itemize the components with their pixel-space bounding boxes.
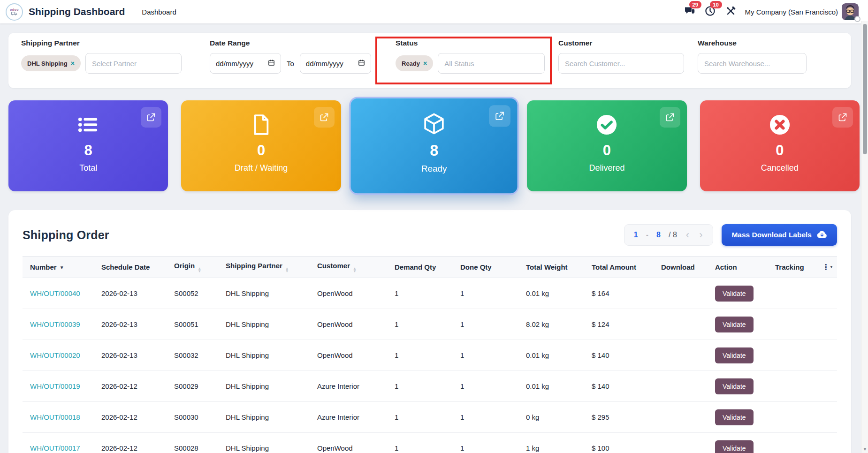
tracking-cell bbox=[771, 371, 818, 402]
stat-card-ready[interactable]: 8 Ready bbox=[350, 98, 518, 194]
validate-button[interactable]: Validate bbox=[715, 378, 754, 394]
next-page-chevron-icon[interactable]: › bbox=[698, 230, 703, 240]
remove-tag-icon[interactable]: × bbox=[71, 60, 75, 67]
company-switcher[interactable]: My Company (San Francisco) bbox=[745, 8, 838, 16]
customer-search-input[interactable] bbox=[558, 53, 684, 74]
debug-tools-button[interactable] bbox=[723, 4, 739, 20]
tracking-cell bbox=[771, 309, 818, 340]
mass-download-labels-button[interactable]: Mass Download Labels bbox=[722, 224, 837, 246]
shipping-partner-tag-text: DHL Shipping bbox=[27, 60, 68, 67]
total-amount-cell: $ 295 bbox=[588, 402, 657, 433]
x-circle-icon bbox=[769, 113, 791, 136]
messages-button[interactable]: 29 bbox=[681, 4, 698, 20]
column-header-shipping-partner[interactable]: Shipping Partner▲▼ bbox=[222, 257, 313, 278]
download-cell bbox=[657, 433, 711, 453]
total-amount-cell: $ 140 bbox=[588, 340, 657, 371]
validate-button[interactable]: Validate bbox=[715, 347, 754, 363]
validate-button[interactable]: Validate bbox=[715, 317, 754, 332]
order-number-link[interactable]: WH/OUT/00039 bbox=[30, 320, 80, 328]
customer-cell: Azure Interior bbox=[313, 371, 391, 402]
date-from-input[interactable]: dd/mm/yyyy bbox=[210, 53, 281, 74]
scrollbar-thumb[interactable] bbox=[863, 24, 867, 154]
schedule-date-cell: 2026-02-12 bbox=[98, 433, 170, 453]
activities-badge: 10 bbox=[710, 1, 722, 8]
row-settings-cell bbox=[818, 309, 837, 340]
stat-card-total[interactable]: 8 Total bbox=[8, 100, 168, 191]
schedule-date-cell: 2026-02-13 bbox=[98, 309, 170, 340]
filter-warehouse: Warehouse bbox=[698, 39, 807, 74]
origin-cell: S00032 bbox=[170, 340, 222, 371]
download-cell bbox=[657, 309, 711, 340]
tracking-cell bbox=[771, 278, 818, 309]
external-link-icon[interactable] bbox=[314, 107, 335, 128]
column-header-done-qty: Done Qty bbox=[457, 257, 522, 278]
stat-card-draft-waiting[interactable]: 0 Draft / Waiting bbox=[181, 100, 341, 191]
column-header-total-amount: Total Amount bbox=[588, 257, 657, 278]
download-cell bbox=[657, 340, 711, 371]
origin-cell: S00052 bbox=[170, 278, 222, 309]
column-header-number[interactable]: Number▼ bbox=[23, 257, 98, 278]
action-cell: Validate bbox=[711, 278, 771, 309]
total-weight-cell: 1 kg bbox=[522, 433, 588, 453]
demand-qty-cell: 1 bbox=[391, 402, 457, 433]
user-avatar[interactable] bbox=[842, 3, 859, 20]
order-number-link[interactable]: WH/OUT/00019 bbox=[30, 382, 80, 390]
status-input[interactable] bbox=[438, 53, 545, 74]
status-label: Status bbox=[396, 39, 545, 47]
column-header-schedule-date: Schedule Date bbox=[98, 257, 170, 278]
external-link-icon[interactable] bbox=[832, 107, 853, 128]
vertical-scrollbar: ▼ bbox=[861, 21, 868, 453]
validate-button[interactable]: Validate bbox=[715, 286, 754, 302]
column-header-customer[interactable]: Customer▲▼ bbox=[313, 257, 391, 278]
filter-date-range: Date Range dd/mm/yyyy To dd/mm/yyyy bbox=[210, 39, 371, 74]
external-link-icon[interactable] bbox=[660, 107, 680, 128]
shipping-partner-cell: DHL Shipping bbox=[222, 371, 313, 402]
demand-qty-cell: 1 bbox=[391, 371, 457, 402]
origin-cell: S00028 bbox=[170, 433, 222, 453]
order-number-link[interactable]: WH/OUT/00020 bbox=[30, 351, 80, 359]
external-link-icon[interactable] bbox=[141, 107, 161, 128]
mass-download-label: Mass Download Labels bbox=[731, 231, 812, 239]
download-cell bbox=[657, 371, 711, 402]
total-amount-cell: $ 124 bbox=[588, 309, 657, 340]
external-link-icon[interactable] bbox=[489, 105, 510, 127]
menu-item-dashboard[interactable]: Dashboard bbox=[142, 8, 176, 16]
table-row: WH/OUT/00020 2026-02-13 S00032 DHL Shipp… bbox=[23, 340, 837, 371]
scrollbar-down-arrow-icon[interactable]: ▼ bbox=[861, 447, 868, 452]
validate-button[interactable]: Validate bbox=[715, 440, 754, 453]
tracking-cell bbox=[771, 433, 818, 453]
date-to-input[interactable]: dd/mm/yyyy bbox=[300, 53, 371, 74]
stat-label: Cancelled bbox=[761, 163, 799, 173]
download-cell bbox=[657, 402, 711, 433]
filter-status: Status Ready × bbox=[396, 39, 545, 74]
sort-desc-icon: ▼ bbox=[60, 265, 64, 270]
shipping-orders-panel: Shipping Order 1 - 8 / 8 ‹ › Mass Downlo… bbox=[8, 210, 851, 453]
sort-both-icon: ▲▼ bbox=[353, 267, 357, 273]
row-settings-cell bbox=[818, 340, 837, 371]
remove-tag-icon[interactable]: × bbox=[423, 60, 427, 67]
prev-page-chevron-icon[interactable]: ‹ bbox=[685, 230, 690, 240]
tracking-cell bbox=[771, 402, 818, 433]
stat-card-cancelled[interactable]: 0 Cancelled bbox=[700, 100, 860, 191]
shipping-partner-cell: DHL Shipping bbox=[222, 402, 313, 433]
column-header-demand-qty: Demand Qty bbox=[391, 257, 457, 278]
order-number-link[interactable]: WH/OUT/00018 bbox=[30, 413, 80, 421]
order-number-link[interactable]: WH/OUT/00040 bbox=[30, 289, 80, 297]
warehouse-label: Warehouse bbox=[698, 39, 807, 47]
activities-button[interactable]: 10 bbox=[702, 4, 719, 20]
validate-button[interactable]: Validate bbox=[715, 409, 754, 425]
stat-value: 8 bbox=[84, 142, 92, 159]
shipping-partner-input[interactable] bbox=[85, 53, 182, 74]
done-qty-cell: 1 bbox=[457, 402, 522, 433]
column-settings-icon[interactable]: ⋮▼ bbox=[822, 263, 833, 271]
pagination: 1 - 8 / 8 ‹ › bbox=[624, 224, 714, 246]
stat-card-delivered[interactable]: 0 Delivered bbox=[527, 100, 686, 191]
customer-cell: OpenWood bbox=[313, 309, 391, 340]
status-tag-text: Ready bbox=[402, 60, 420, 67]
warehouse-search-input[interactable] bbox=[698, 53, 807, 74]
page-end: 8 bbox=[656, 231, 661, 239]
customer-cell: Azure Interior bbox=[313, 402, 391, 433]
total-weight-cell: 0.01 kg bbox=[522, 340, 588, 371]
column-header-origin[interactable]: Origin▲▼ bbox=[170, 257, 222, 278]
order-number-link[interactable]: WH/OUT/00017 bbox=[30, 444, 80, 452]
